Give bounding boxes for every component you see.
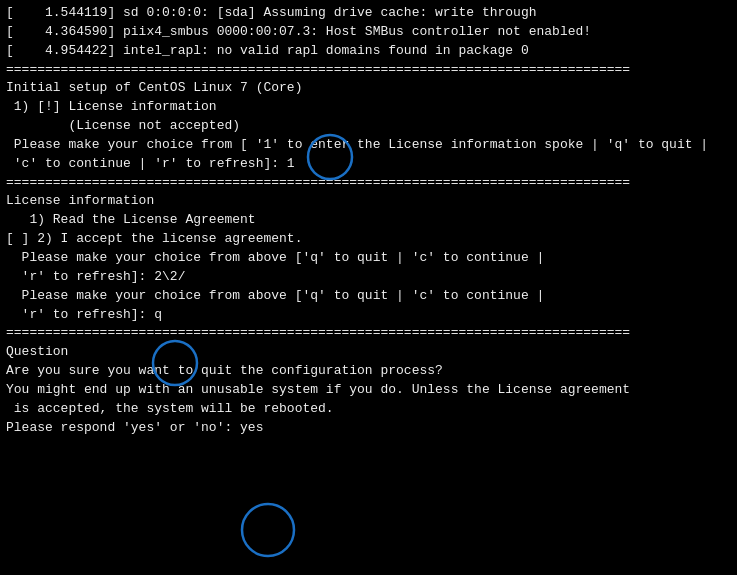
terminal-line: [ ] 2) I accept the license agreement.	[6, 230, 731, 249]
terminal-line: 'r' to refresh]: 2\2/	[6, 268, 731, 287]
terminal-line: ========================================…	[6, 324, 731, 343]
terminal-line: Please make your choice from above ['q' …	[6, 287, 731, 306]
terminal-window: [ 1.544119] sd 0:0:0:0: [sda] Assuming d…	[0, 0, 737, 575]
terminal-line: Are you sure you want to quit the config…	[6, 362, 731, 381]
terminal-line: Initial setup of CentOS Linux 7 (Core)	[6, 79, 731, 98]
terminal-line: [ 4.954422] intel_rapl: no valid rapl do…	[6, 42, 731, 61]
terminal-line: Please respond 'yes' or 'no': yes	[6, 419, 731, 438]
terminal-line: 1) [!] License information	[6, 98, 731, 117]
svg-point-2	[242, 504, 294, 556]
terminal-line: ========================================…	[6, 174, 731, 193]
terminal-line: License information	[6, 192, 731, 211]
terminal-line: [ 4.364590] piix4_smbus 0000:00:07.3: Ho…	[6, 23, 731, 42]
terminal-line: You might end up with an unusable system…	[6, 381, 731, 400]
terminal-line: [ 1.544119] sd 0:0:0:0: [sda] Assuming d…	[6, 4, 731, 23]
terminal-line: ========================================…	[6, 61, 731, 80]
terminal-line: Please make your choice from [ '1' to en…	[6, 136, 731, 155]
terminal-line: 'c' to continue | 'r' to refresh]: 1	[6, 155, 731, 174]
terminal-line: 1) Read the License Agreement	[6, 211, 731, 230]
terminal-line: 'r' to refresh]: q	[6, 306, 731, 325]
terminal-line: Please make your choice from above ['q' …	[6, 249, 731, 268]
terminal-line: is accepted, the system will be rebooted…	[6, 400, 731, 419]
terminal-line: Question	[6, 343, 731, 362]
terminal-line: (License not accepted)	[6, 117, 731, 136]
